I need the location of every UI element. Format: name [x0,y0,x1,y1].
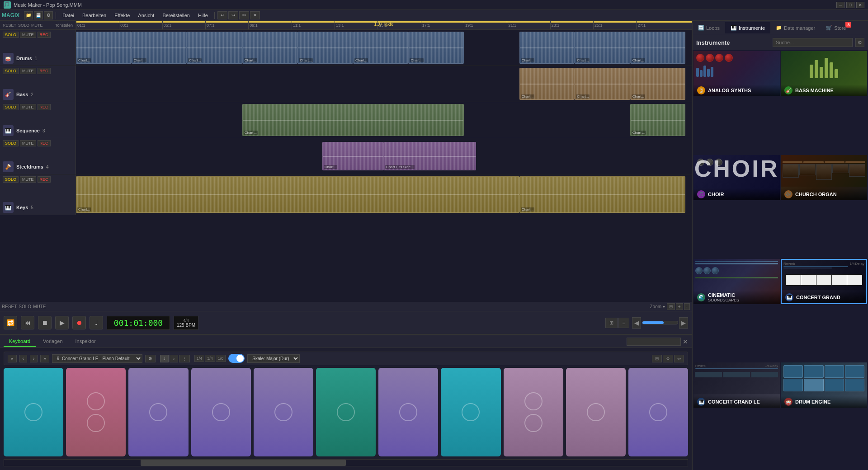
maximize-button[interactable]: □ [846,2,854,8]
stop-button[interactable]: ⏹ [38,316,52,329]
minimize-button[interactable]: ─ [836,2,844,8]
kb-settings-button[interactable]: ⚙ [663,355,673,362]
clip-drums-10[interactable]: Chart... [630,32,686,64]
clip-sequence-1[interactable]: Chart ... [242,104,464,136]
piano-pad-5[interactable] [254,368,313,456]
zoom-in-button[interactable]: + [676,303,683,310]
piano-pad-9[interactable] [504,368,563,456]
grid-view-button[interactable]: ⊞ [605,318,618,328]
solo-button-sequence[interactable]: SOLO [3,104,19,110]
rec-button-bass[interactable]: REC [38,68,51,74]
clip-drums-8[interactable]: Chart... [519,32,575,64]
piano-pad-11[interactable] [628,368,688,456]
clip-bass-3[interactable]: Chart... [630,68,686,100]
clip-sequence-2[interactable]: Chart ... [630,104,686,136]
redo-button[interactable]: ↪ [228,11,238,19]
clip-steeldrums-1[interactable]: Chart... [322,142,384,170]
volume-left-button[interactable]: ◀ [632,317,641,329]
undo-button[interactable]: ↩ [217,11,227,19]
kb-expand-button[interactable]: ⇔ [674,355,684,362]
track-clips-drums[interactable]: Chart... Chart... Chart... Chart... Char… [76,30,692,66]
track-clips-sequence[interactable]: Chart ... Chart ... [76,102,692,138]
clip-drums-2[interactable]: Chart... [132,32,187,64]
instrument-card-analog-synths[interactable]: 🎛 ANALOG SYNTHS [693,51,780,96]
clip-drums-7[interactable]: Chart... [408,32,464,64]
menu-bearbeiten[interactable]: Bearbeiten [79,12,110,19]
instrument-card-concert-grand-2[interactable]: Reverb1/4Delay 🎹 CONCERT GRAND LE [693,362,780,408]
piano-pad-2[interactable] [66,368,126,456]
mute-button-steeldrums[interactable]: MUTE [20,140,36,146]
tab-keyboard[interactable]: Keyboard [4,337,36,347]
tab-instrumente[interactable]: 🎹 Instrumente [725,22,770,33]
clip-drums-6[interactable]: Chart... [353,32,409,64]
timeline-ruler[interactable]: 110 Takte 01:1 03:1 05:1 07:1 09:1 11:1 … [76,21,692,29]
mute-button-sequence[interactable]: MUTE [20,104,36,110]
track-clips-steeldrums[interactable]: Chart... Chart Hits Stee... [76,138,692,174]
tab-store[interactable]: 🛒 Store 3 [821,22,851,33]
settings-button[interactable]: ⚙ [44,11,53,19]
kb-view-button[interactable]: ⊞ [652,355,662,362]
quantize-2-button[interactable]: 3/4 [205,355,215,362]
close-project-button[interactable]: ✕ [250,11,260,19]
play-button[interactable]: ▶ [55,316,69,329]
solo-button-keys[interactable]: SOLO [3,176,19,183]
solo-button-drums[interactable]: SOLO [3,32,19,38]
kb-next-button[interactable]: › [30,355,38,362]
track-clips-keys[interactable]: Chart... Chart... [76,174,692,215]
clip-drums-9[interactable]: Chart... [575,32,630,64]
solo-button-bass[interactable]: SOLO [3,68,19,74]
menu-effekte[interactable]: Effekte [111,12,133,19]
save-button[interactable]: 💾 [34,11,43,19]
rewind-button[interactable]: ⏮ [21,316,34,329]
instrument-search-input[interactable] [773,38,853,47]
solo-button-steeldrums[interactable]: SOLO [3,140,19,146]
instrument-card-choir[interactable]: CHOIR 🎵 CHOIR [693,155,780,200]
keyboard-scrollbar[interactable] [4,459,688,466]
preset-select[interactable]: 9: Concert Grand LE - Piano Default [52,354,142,363]
kb-next-next-button[interactable]: » [40,355,49,362]
rec-button-sequence[interactable]: REC [38,104,51,110]
metronome-button[interactable]: ♩ [90,316,103,329]
bottom-search-input[interactable] [627,338,681,346]
piano-pad-10[interactable] [566,368,626,456]
rec-button-drums[interactable]: REC [38,32,51,38]
instrument-card-concert-grand[interactable]: Reverb1/4Delay [781,259,867,304]
kb-toggle[interactable] [228,354,245,363]
instrument-card-drum-engine[interactable]: 🥁 DRUM ENGINE [781,362,867,408]
piano-pad-6[interactable] [316,368,376,456]
menu-datei[interactable]: Datei [59,12,78,19]
piano-pad-8[interactable] [441,368,500,456]
list-view-button[interactable]: ≡ [618,318,629,328]
mute-button-drums[interactable]: MUTE [20,32,36,38]
kb-prev-prev-button[interactable]: « [8,355,17,362]
zoom-out-button[interactable]: - [684,303,690,310]
mute-button-keys[interactable]: MUTE [20,176,36,183]
rec-button-steeldrums[interactable]: REC [38,140,51,146]
clip-drums-1[interactable]: Chart... [76,32,132,64]
tab-loops[interactable]: 🔄 Loops [693,22,725,33]
record-button[interactable]: ⏺ [72,316,86,329]
clip-bass-1[interactable]: Chart... [519,68,575,100]
tab-inspektor[interactable]: Inspektor [70,337,101,347]
clip-keys-1[interactable]: Chart... [76,176,519,213]
mute-button-bass[interactable]: MUTE [20,68,36,74]
instrument-card-church-organ[interactable]: 🎶 CHURCH ORGAN [781,155,867,200]
clip-bass-2[interactable]: Chart... [575,68,630,100]
volume-right-button[interactable]: ▶ [679,317,688,329]
kb-mode-2-button[interactable]: ♪ [170,355,178,362]
clip-keys-2[interactable]: Chart... [519,176,686,213]
close-button[interactable]: ✕ [856,2,864,8]
piano-pad-1[interactable] [4,368,63,456]
menu-hilfe[interactable]: Hilfe [194,12,212,19]
quantize-3-button[interactable]: 1/0 [216,355,226,362]
instrument-card-cinematic[interactable]: 🌊 CINEMATIC SOUNDSCAPES [693,259,780,304]
panel-gear-button[interactable]: ⚙ [855,38,864,47]
instrument-card-bass-machine[interactable]: 🎸 BASS MACHINE [781,51,867,96]
clip-drums-5[interactable]: Chart... [297,32,353,64]
preset-settings-button[interactable]: ⚙ [145,355,156,362]
loop-button[interactable]: 🔁 [4,316,17,329]
keyboard-scroll-thumb[interactable] [141,460,346,466]
quantize-1-button[interactable]: 1/4 [194,355,205,362]
clip-drums-3[interactable]: Chart... [187,32,242,64]
open-button[interactable]: 📁 [24,11,33,19]
